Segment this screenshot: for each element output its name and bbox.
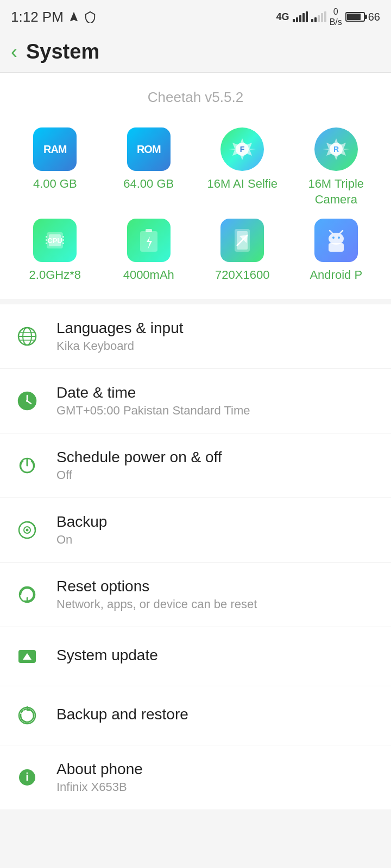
globe-icon: [13, 322, 41, 350]
svg-rect-12: [62, 242, 64, 244]
update-icon: [13, 642, 41, 671]
power-title: Schedule power on & off: [56, 449, 378, 466]
triple-label: 16M Triple Camera: [292, 176, 381, 207]
specs-container: RAM 4.00 GB ROM 64.00 GB F: [0, 117, 391, 299]
power-text: Schedule power on & off Off: [56, 449, 378, 482]
selfie-icon: F: [220, 127, 264, 171]
reset-text: Reset options Network, apps, or device c…: [56, 578, 378, 611]
svg-line-22: [330, 231, 332, 233]
android-icon: [314, 219, 358, 262]
update-text: System update: [56, 647, 378, 666]
data-speed: 0B/s: [330, 7, 342, 27]
svg-point-34: [26, 400, 28, 402]
signal-bars-1: [293, 11, 308, 22]
settings-list: Languages & input Kika Keyboard Date & t…: [0, 304, 391, 809]
spec-item-screen: 720X1600: [198, 219, 287, 283]
specs-grid: RAM 4.00 GB ROM 64.00 GB F: [11, 122, 380, 288]
info-icon: i: [13, 763, 41, 792]
svg-point-38: [26, 529, 29, 532]
svg-text:R: R: [333, 145, 339, 154]
settings-item-datetime[interactable]: Date & time GMT+05:00 Pakistan Standard …: [0, 369, 391, 433]
navigation-icon: [68, 11, 80, 23]
svg-point-21: [338, 237, 340, 239]
svg-rect-8: [46, 239, 47, 241]
settings-item-aboutphone[interactable]: i About phone Infinix X653B: [0, 745, 391, 809]
backup-title: Backup: [56, 513, 378, 531]
reset-icon: [13, 580, 41, 609]
languages-text: Languages & input Kika Keyboard: [56, 320, 378, 353]
battery-icon: [345, 12, 365, 22]
update-title: System update: [56, 647, 378, 664]
signal-bars-2: [311, 11, 326, 22]
backuprestore-text: Backup and restore: [56, 706, 378, 725]
spec-item-triple: R 16M Triple Camera: [292, 127, 381, 207]
svg-rect-7: [46, 236, 47, 238]
ram-label: 4.00 GB: [33, 176, 77, 192]
cpu-icon: CPU: [33, 219, 77, 262]
screen-label: 720X1600: [215, 267, 269, 283]
reset-subtitle: Network, apps, or device can be reset: [56, 597, 378, 611]
aboutphone-text: About phone Infinix X653B: [56, 761, 378, 794]
svg-text:CPU: CPU: [48, 237, 62, 245]
svg-point-19: [329, 233, 344, 245]
spec-item-battery: 4000mAh: [105, 219, 193, 283]
version-label: Cheetah v5.5.2: [0, 73, 391, 117]
svg-line-23: [340, 231, 343, 233]
settings-item-power[interactable]: Schedule power on & off Off: [0, 433, 391, 498]
svg-rect-24: [329, 243, 344, 252]
settings-item-backuprestore[interactable]: Backup and restore: [0, 686, 391, 745]
backup-icon: [13, 516, 41, 544]
battery-spec-icon: [127, 219, 171, 262]
back-button[interactable]: ‹: [11, 42, 17, 62]
network-type: 4G: [276, 11, 289, 23]
svg-point-20: [332, 237, 335, 239]
spec-item-cpu: CPU 2.0GHz*8: [11, 219, 99, 283]
settings-item-languages[interactable]: Languages & input Kika Keyboard: [0, 304, 391, 369]
svg-rect-10: [62, 236, 64, 238]
power-subtitle: Off: [56, 468, 378, 482]
backup-text: Backup On: [56, 513, 378, 547]
triple-icon: R: [314, 127, 358, 171]
screen-icon: [220, 219, 264, 262]
datetime-text: Date & time GMT+05:00 Pakistan Standard …: [56, 384, 378, 418]
aboutphone-title: About phone: [56, 761, 378, 778]
rom-label: 64.00 GB: [123, 176, 174, 192]
ram-icon: RAM: [33, 127, 77, 171]
backuprestore-icon: [13, 701, 41, 730]
languages-title: Languages & input: [56, 320, 378, 337]
datetime-title: Date & time: [56, 384, 378, 401]
settings-item-backup[interactable]: Backup On: [0, 498, 391, 563]
status-bar: 1:12 PM 4G 0B/s 66: [0, 0, 391, 31]
spec-item-rom: ROM 64.00 GB: [105, 127, 193, 207]
datetime-subtitle: GMT+05:00 Pakistan Standard Time: [56, 404, 378, 418]
page-title: System: [26, 40, 99, 63]
svg-text:F: F: [240, 145, 245, 154]
clock-icon: [13, 387, 41, 415]
spec-item-android: Android P: [292, 219, 381, 283]
svg-rect-14: [146, 229, 152, 232]
cpu-label: 2.0GHz*8: [29, 267, 81, 283]
svg-rect-9: [46, 242, 47, 244]
svg-text:i: i: [26, 771, 29, 783]
settings-item-reset[interactable]: Reset options Network, apps, or device c…: [0, 563, 391, 627]
reset-title: Reset options: [56, 578, 378, 595]
languages-subtitle: Kika Keyboard: [56, 339, 378, 353]
android-label: Android P: [310, 267, 362, 283]
battery-spec-label: 4000mAh: [123, 267, 174, 283]
svg-rect-11: [62, 239, 64, 241]
time-label: 1:12 PM: [11, 9, 64, 25]
spec-item-selfie: F 16M AI Selfie: [198, 127, 287, 207]
shield-icon: [84, 11, 96, 23]
status-right: 4G 0B/s 66: [276, 7, 380, 27]
backup-subtitle: On: [56, 533, 378, 547]
backuprestore-title: Backup and restore: [56, 706, 378, 723]
rom-icon: ROM: [127, 127, 171, 171]
aboutphone-subtitle: Infinix X653B: [56, 780, 378, 794]
status-left: 1:12 PM: [11, 9, 96, 25]
battery-level: 66: [368, 11, 380, 23]
power-icon: [13, 451, 41, 480]
settings-item-update[interactable]: System update: [0, 627, 391, 686]
spec-item-ram: RAM 4.00 GB: [11, 127, 99, 207]
header: ‹ System: [0, 31, 391, 73]
selfie-label: 16M AI Selfie: [207, 176, 278, 192]
